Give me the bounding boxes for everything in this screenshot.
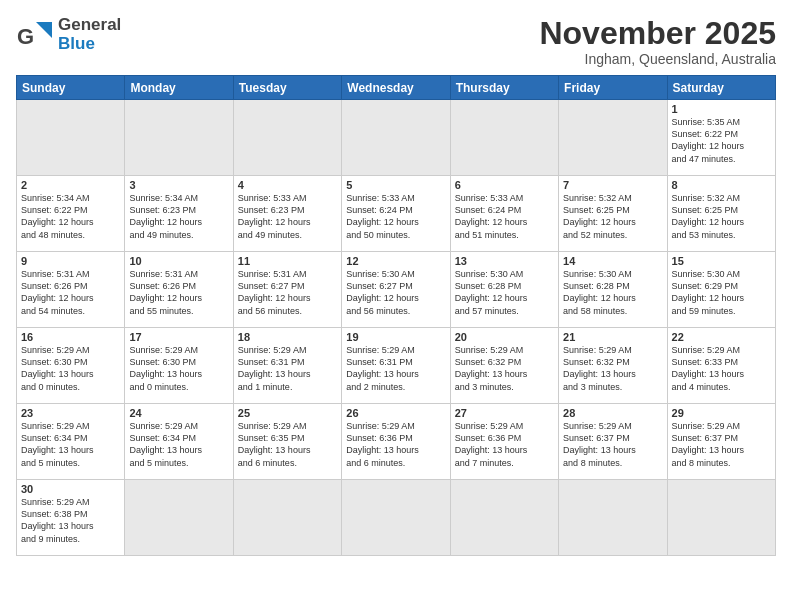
month-title: November 2025 [539, 16, 776, 51]
day-number: 8 [672, 179, 771, 191]
calendar-day: 3Sunrise: 5:34 AM Sunset: 6:23 PM Daylig… [125, 176, 233, 252]
calendar-day: 25Sunrise: 5:29 AM Sunset: 6:35 PM Dayli… [233, 404, 341, 480]
calendar-day: 4Sunrise: 5:33 AM Sunset: 6:23 PM Daylig… [233, 176, 341, 252]
day-info: Sunrise: 5:29 AM Sunset: 6:35 PM Dayligh… [238, 420, 337, 469]
day-info: Sunrise: 5:29 AM Sunset: 6:37 PM Dayligh… [563, 420, 662, 469]
day-number: 13 [455, 255, 554, 267]
day-number: 17 [129, 331, 228, 343]
logo: G General Blue [16, 16, 121, 54]
header-tuesday: Tuesday [233, 76, 341, 100]
calendar-day: 9Sunrise: 5:31 AM Sunset: 6:26 PM Daylig… [17, 252, 125, 328]
header-thursday: Thursday [450, 76, 558, 100]
calendar-day: 19Sunrise: 5:29 AM Sunset: 6:31 PM Dayli… [342, 328, 450, 404]
header-saturday: Saturday [667, 76, 775, 100]
week-row-1: 1Sunrise: 5:35 AM Sunset: 6:22 PM Daylig… [17, 100, 776, 176]
day-number: 26 [346, 407, 445, 419]
day-number: 19 [346, 331, 445, 343]
day-number: 5 [346, 179, 445, 191]
day-info: Sunrise: 5:29 AM Sunset: 6:38 PM Dayligh… [21, 496, 120, 545]
day-number: 15 [672, 255, 771, 267]
calendar-day [342, 100, 450, 176]
calendar-day [450, 100, 558, 176]
header-wednesday: Wednesday [342, 76, 450, 100]
weekday-header-row: Sunday Monday Tuesday Wednesday Thursday… [17, 76, 776, 100]
svg-marker-1 [36, 22, 52, 38]
day-number: 20 [455, 331, 554, 343]
day-info: Sunrise: 5:29 AM Sunset: 6:37 PM Dayligh… [672, 420, 771, 469]
calendar-day [559, 480, 667, 556]
calendar-day: 14Sunrise: 5:30 AM Sunset: 6:28 PM Dayli… [559, 252, 667, 328]
day-number: 21 [563, 331, 662, 343]
day-info: Sunrise: 5:33 AM Sunset: 6:24 PM Dayligh… [455, 192, 554, 241]
day-number: 2 [21, 179, 120, 191]
location-title: Ingham, Queensland, Australia [539, 51, 776, 67]
calendar-day: 1Sunrise: 5:35 AM Sunset: 6:22 PM Daylig… [667, 100, 775, 176]
day-info: Sunrise: 5:29 AM Sunset: 6:34 PM Dayligh… [21, 420, 120, 469]
day-info: Sunrise: 5:29 AM Sunset: 6:34 PM Dayligh… [129, 420, 228, 469]
calendar-day [342, 480, 450, 556]
day-number: 12 [346, 255, 445, 267]
calendar-day: 12Sunrise: 5:30 AM Sunset: 6:27 PM Dayli… [342, 252, 450, 328]
calendar-day: 13Sunrise: 5:30 AM Sunset: 6:28 PM Dayli… [450, 252, 558, 328]
title-section: November 2025 Ingham, Queensland, Austra… [539, 16, 776, 67]
day-info: Sunrise: 5:32 AM Sunset: 6:25 PM Dayligh… [672, 192, 771, 241]
week-row-5: 23Sunrise: 5:29 AM Sunset: 6:34 PM Dayli… [17, 404, 776, 480]
calendar-day: 23Sunrise: 5:29 AM Sunset: 6:34 PM Dayli… [17, 404, 125, 480]
week-row-2: 2Sunrise: 5:34 AM Sunset: 6:22 PM Daylig… [17, 176, 776, 252]
calendar-day: 27Sunrise: 5:29 AM Sunset: 6:36 PM Dayli… [450, 404, 558, 480]
day-number: 9 [21, 255, 120, 267]
calendar-day: 17Sunrise: 5:29 AM Sunset: 6:30 PM Dayli… [125, 328, 233, 404]
day-info: Sunrise: 5:29 AM Sunset: 6:32 PM Dayligh… [563, 344, 662, 393]
day-number: 14 [563, 255, 662, 267]
day-info: Sunrise: 5:29 AM Sunset: 6:32 PM Dayligh… [455, 344, 554, 393]
day-info: Sunrise: 5:34 AM Sunset: 6:22 PM Dayligh… [21, 192, 120, 241]
day-number: 1 [672, 103, 771, 115]
week-row-6: 30Sunrise: 5:29 AM Sunset: 6:38 PM Dayli… [17, 480, 776, 556]
calendar-day [233, 480, 341, 556]
day-info: Sunrise: 5:29 AM Sunset: 6:36 PM Dayligh… [346, 420, 445, 469]
header-friday: Friday [559, 76, 667, 100]
day-info: Sunrise: 5:34 AM Sunset: 6:23 PM Dayligh… [129, 192, 228, 241]
week-row-4: 16Sunrise: 5:29 AM Sunset: 6:30 PM Dayli… [17, 328, 776, 404]
calendar-day: 26Sunrise: 5:29 AM Sunset: 6:36 PM Dayli… [342, 404, 450, 480]
day-info: Sunrise: 5:31 AM Sunset: 6:26 PM Dayligh… [21, 268, 120, 317]
calendar-day: 29Sunrise: 5:29 AM Sunset: 6:37 PM Dayli… [667, 404, 775, 480]
logo-blue-text: Blue [58, 35, 121, 54]
calendar: Sunday Monday Tuesday Wednesday Thursday… [16, 75, 776, 556]
header-monday: Monday [125, 76, 233, 100]
day-info: Sunrise: 5:31 AM Sunset: 6:26 PM Dayligh… [129, 268, 228, 317]
day-number: 11 [238, 255, 337, 267]
calendar-day [17, 100, 125, 176]
calendar-day: 28Sunrise: 5:29 AM Sunset: 6:37 PM Dayli… [559, 404, 667, 480]
calendar-day: 21Sunrise: 5:29 AM Sunset: 6:32 PM Dayli… [559, 328, 667, 404]
day-number: 16 [21, 331, 120, 343]
calendar-day: 2Sunrise: 5:34 AM Sunset: 6:22 PM Daylig… [17, 176, 125, 252]
calendar-day: 8Sunrise: 5:32 AM Sunset: 6:25 PM Daylig… [667, 176, 775, 252]
day-info: Sunrise: 5:29 AM Sunset: 6:31 PM Dayligh… [238, 344, 337, 393]
calendar-day [450, 480, 558, 556]
day-info: Sunrise: 5:32 AM Sunset: 6:25 PM Dayligh… [563, 192, 662, 241]
calendar-day: 16Sunrise: 5:29 AM Sunset: 6:30 PM Dayli… [17, 328, 125, 404]
day-number: 30 [21, 483, 120, 495]
header: G General Blue November 2025 Ingham, Que… [16, 16, 776, 67]
day-info: Sunrise: 5:30 AM Sunset: 6:27 PM Dayligh… [346, 268, 445, 317]
calendar-day: 30Sunrise: 5:29 AM Sunset: 6:38 PM Dayli… [17, 480, 125, 556]
day-number: 25 [238, 407, 337, 419]
logo-text: General [58, 16, 121, 35]
calendar-day: 5Sunrise: 5:33 AM Sunset: 6:24 PM Daylig… [342, 176, 450, 252]
day-number: 24 [129, 407, 228, 419]
day-info: Sunrise: 5:35 AM Sunset: 6:22 PM Dayligh… [672, 116, 771, 165]
day-number: 29 [672, 407, 771, 419]
day-info: Sunrise: 5:30 AM Sunset: 6:28 PM Dayligh… [455, 268, 554, 317]
page: G General Blue November 2025 Ingham, Que… [0, 0, 792, 612]
day-info: Sunrise: 5:29 AM Sunset: 6:30 PM Dayligh… [129, 344, 228, 393]
day-info: Sunrise: 5:29 AM Sunset: 6:36 PM Dayligh… [455, 420, 554, 469]
header-sunday: Sunday [17, 76, 125, 100]
day-number: 10 [129, 255, 228, 267]
week-row-3: 9Sunrise: 5:31 AM Sunset: 6:26 PM Daylig… [17, 252, 776, 328]
logo-icon: G [16, 16, 54, 54]
calendar-day [559, 100, 667, 176]
day-number: 22 [672, 331, 771, 343]
day-number: 23 [21, 407, 120, 419]
calendar-day: 20Sunrise: 5:29 AM Sunset: 6:32 PM Dayli… [450, 328, 558, 404]
